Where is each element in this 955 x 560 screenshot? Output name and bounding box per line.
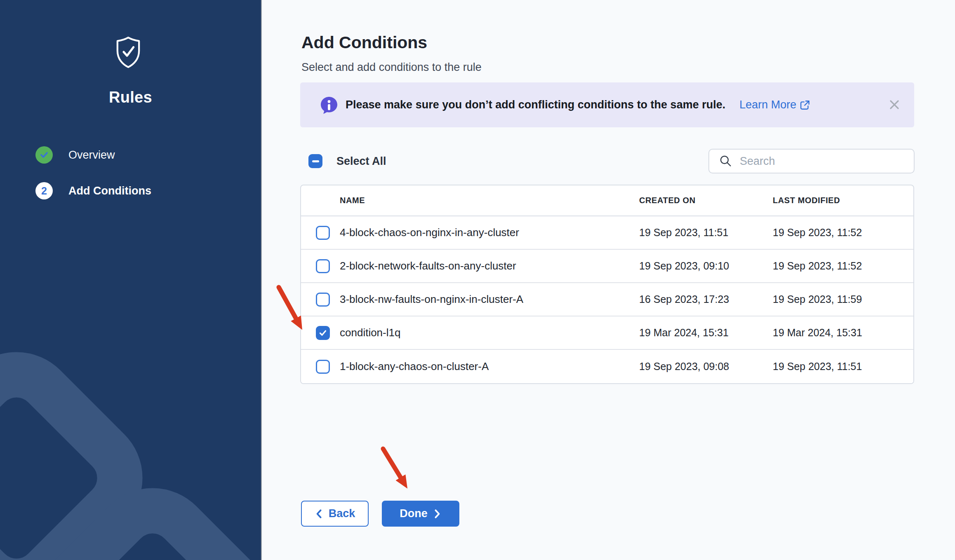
back-button-label: Back	[329, 507, 355, 520]
created-on-value: 19 Sep 2023, 09:08	[639, 361, 773, 373]
indeterminate-dash-icon	[312, 160, 319, 162]
table-row[interactable]: condition-l1q 19 Mar 2024, 15:31 19 Mar …	[301, 316, 913, 350]
row-checkbox-cell	[301, 360, 340, 374]
table-row[interactable]: 1-block-any-chaos-on-cluster-A 19 Sep 20…	[301, 350, 913, 383]
learn-more-link[interactable]: Learn More	[739, 98, 810, 111]
close-icon[interactable]	[888, 98, 901, 111]
select-all-control[interactable]: Select All	[308, 154, 386, 168]
created-on-value: 19 Sep 2023, 09:10	[639, 260, 773, 272]
done-button[interactable]: Done	[382, 501, 459, 527]
condition-name: 3-block-nw-faults-on-nginx-in-cluster-A	[340, 293, 639, 306]
step-label: Add Conditions	[68, 185, 151, 197]
table-row[interactable]: 3-block-nw-faults-on-nginx-in-cluster-A …	[301, 283, 913, 316]
step-label: Overview	[68, 149, 115, 162]
row-checkbox-unchecked[interactable]	[316, 226, 330, 240]
info-bubble-icon	[320, 96, 338, 114]
sidebar-step-add-conditions[interactable]: 2 Add Conditions	[35, 182, 151, 199]
column-header-last-modified: LAST MODIFIED	[773, 196, 913, 205]
row-checkbox-unchecked[interactable]	[316, 360, 330, 374]
banner-message: Please make sure you don’t add conflicti…	[346, 98, 725, 111]
wizard-title: Rules	[0, 89, 261, 106]
last-modified-value: 19 Mar 2024, 15:31	[773, 327, 913, 339]
condition-name: 1-block-any-chaos-on-cluster-A	[340, 360, 639, 373]
condition-name: 2-block-network-faults-on-any-cluster	[340, 260, 639, 272]
row-checkbox-cell	[301, 259, 340, 273]
check-icon	[318, 328, 327, 337]
shield-check-icon	[115, 36, 141, 68]
chevron-right-icon	[433, 509, 442, 519]
learn-more-label: Learn More	[739, 98, 796, 111]
table-header-row: NAME CREATED ON LAST MODIFIED	[301, 185, 913, 216]
wizard-sidebar: Rules Overview 2 Add Conditions	[0, 0, 262, 560]
chevron-left-icon	[315, 509, 323, 519]
row-checkbox-unchecked[interactable]	[316, 259, 330, 273]
table-row[interactable]: 4-block-chaos-on-nginx-in-any-cluster 19…	[301, 216, 913, 250]
row-checkbox-cell	[301, 326, 340, 340]
column-header-name: NAME	[340, 196, 639, 205]
external-link-icon	[800, 100, 810, 110]
row-checkbox-cell	[301, 226, 340, 240]
add-conditions-panel: Add Conditions Select and add conditions…	[262, 0, 955, 560]
last-modified-value: 19 Sep 2023, 11:52	[773, 260, 913, 272]
created-on-value: 16 Sep 2023, 17:23	[639, 293, 773, 305]
select-all-checkbox-indeterminate[interactable]	[308, 154, 322, 168]
column-header-created-on: CREATED ON	[639, 196, 773, 205]
search-input[interactable]	[740, 155, 905, 168]
sidebar-step-overview[interactable]: Overview	[35, 146, 115, 164]
condition-name: condition-l1q	[340, 326, 639, 339]
row-checkbox-checked[interactable]	[316, 326, 330, 340]
table-body: 4-block-chaos-on-nginx-in-any-cluster 19…	[301, 216, 913, 383]
info-banner: Please make sure you don’t add conflicti…	[300, 82, 914, 127]
last-modified-value: 19 Sep 2023, 11:51	[773, 361, 913, 373]
row-checkbox-unchecked[interactable]	[316, 293, 330, 307]
search-icon	[719, 155, 732, 168]
rules-wizard-window: Rules Overview 2 Add Conditions Add Cond…	[0, 0, 955, 560]
step-number-badge: 2	[35, 182, 53, 199]
created-on-value: 19 Sep 2023, 11:51	[639, 227, 773, 239]
back-button[interactable]: Back	[301, 501, 369, 527]
conditions-table: NAME CREATED ON LAST MODIFIED 4-block-ch…	[300, 185, 914, 384]
done-button-label: Done	[400, 507, 428, 520]
created-on-value: 19 Mar 2024, 15:31	[639, 327, 773, 339]
last-modified-value: 19 Sep 2023, 11:59	[773, 293, 913, 305]
select-all-label: Select All	[336, 155, 386, 168]
table-row[interactable]: 2-block-network-faults-on-any-cluster 19…	[301, 250, 913, 283]
page-title: Add Conditions	[301, 33, 427, 52]
search-field	[708, 149, 915, 173]
last-modified-value: 19 Sep 2023, 11:52	[773, 227, 913, 239]
page-subtitle: Select and add conditions to the rule	[301, 61, 482, 74]
row-checkbox-cell	[301, 293, 340, 307]
condition-name: 4-block-chaos-on-nginx-in-any-cluster	[340, 226, 639, 239]
step-completed-check-icon	[35, 146, 53, 164]
